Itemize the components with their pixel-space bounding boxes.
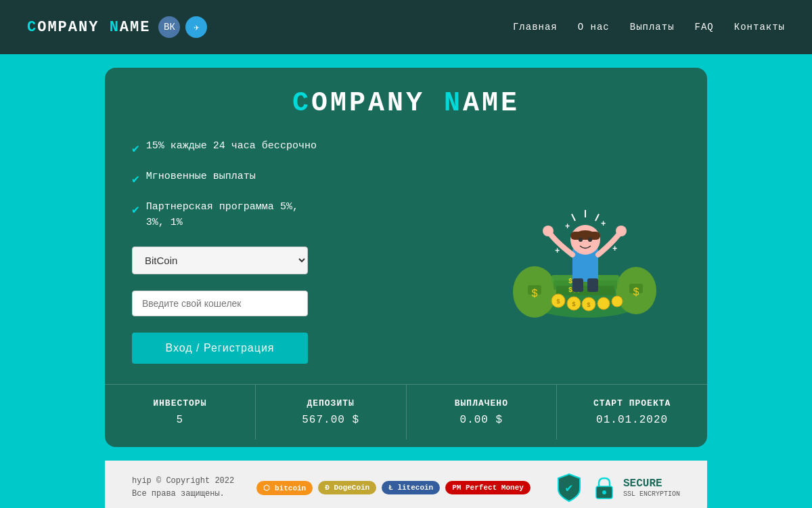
logo-n: N bbox=[110, 19, 120, 36]
svg-text:$: $ bbox=[633, 287, 639, 299]
svg-text:$: $ bbox=[587, 302, 591, 309]
feature-1: ✔ 15% каждые 24 часа бессрочно bbox=[132, 139, 464, 158]
content-grid: ✔ 15% каждые 24 часа бессрочно ✔ Мгновен… bbox=[132, 139, 680, 364]
svg-line-29 bbox=[572, 214, 575, 221]
currency-wrapper: BitCoin DogeCoin LiteCoin Perfect Money bbox=[132, 247, 464, 274]
right-column: $ $ $$$ $$$ $ $ $ bbox=[491, 139, 680, 364]
main-content: COMPANY NAME ✔ 15% каждые 24 часа бессро… bbox=[105, 68, 707, 447]
payment-methods: ⬡ bitcoin Ð DogeCoin Ł litecoin PM Perfe… bbox=[256, 481, 530, 495]
svg-point-38 bbox=[602, 490, 606, 494]
stat-investors-label: ИНВЕСТОРЫ bbox=[112, 398, 248, 408]
perfectmoney-badge: PM Perfect Money bbox=[445, 481, 531, 494]
logo-c: C bbox=[27, 19, 37, 36]
stats-row: ИНВЕСТОРЫ 5 ДЕПОЗИТЫ 567.00 $ ВЫПЛАЧЕНО … bbox=[105, 384, 707, 440]
stat-paid-label: ВЫПЛАЧЕНО bbox=[413, 398, 550, 408]
footer: hyip © Copyright 2022 Все права защищены… bbox=[105, 461, 707, 508]
feature-1-text: 15% каждые 24 часа бессрочно bbox=[146, 139, 317, 154]
svg-text:$: $ bbox=[556, 299, 560, 305]
logo-rest: OMPANY bbox=[37, 19, 109, 36]
footer-copyright: hyip © Copyright 2022 Все права защищены… bbox=[132, 475, 234, 501]
stat-deposits: ДЕПОЗИТЫ 567.00 $ bbox=[256, 385, 407, 440]
nav-payouts[interactable]: Выплаты bbox=[630, 22, 675, 33]
title-ame: AME bbox=[463, 88, 520, 119]
stat-start-label: СТАРТ ПРОЕКТА bbox=[564, 398, 700, 408]
svg-text:✔: ✔ bbox=[566, 482, 573, 495]
svg-text:+: + bbox=[565, 222, 570, 232]
stat-deposits-value: 567.00 $ bbox=[263, 414, 399, 426]
stat-investors: ИНВЕСТОРЫ 5 bbox=[105, 385, 256, 440]
nav-about[interactable]: О нас bbox=[578, 22, 610, 33]
stat-investors-value: 5 bbox=[112, 414, 248, 426]
copyright-text: hyip © Copyright 2022 bbox=[132, 475, 234, 488]
svg-point-24 bbox=[588, 238, 592, 242]
svg-rect-22 bbox=[570, 232, 600, 240]
site-title: COMPANY NAME bbox=[132, 88, 680, 119]
telegram-icon[interactable]: ✈ bbox=[185, 16, 207, 38]
ssl-sub: SSL ENCRYPTION bbox=[623, 490, 680, 498]
svg-rect-28 bbox=[587, 278, 598, 292]
svg-point-26 bbox=[616, 226, 627, 236]
header-left: COMPANY NAME ВК ✈ bbox=[27, 16, 207, 38]
feature-2: ✔ Мгновенные выплаты bbox=[132, 169, 464, 189]
title-c: C bbox=[292, 88, 311, 119]
stat-start-value: 01.01.2020 bbox=[564, 414, 700, 426]
nav-contacts[interactable]: Контакты bbox=[734, 22, 785, 33]
currency-select[interactable]: BitCoin DogeCoin LiteCoin Perfect Money bbox=[132, 247, 308, 274]
rights-text: Все права защищены. bbox=[132, 488, 234, 501]
check-icon-1: ✔ bbox=[132, 140, 139, 158]
svg-text:+: + bbox=[612, 245, 617, 254]
svg-point-18 bbox=[597, 297, 610, 310]
svg-text:+: + bbox=[601, 219, 606, 229]
litecoin-badge: Ł litecoin bbox=[382, 481, 440, 494]
feature-2-text: Мгновенные выплаты bbox=[146, 169, 256, 185]
vk-icon[interactable]: ВК bbox=[158, 16, 180, 38]
ssl-badge: ✔ SECURE SSL ENCRYPTION bbox=[553, 471, 680, 504]
logo: COMPANY NAME bbox=[27, 19, 150, 36]
stat-paid: ВЫПЛАЧЕНО 0.00 $ bbox=[407, 385, 558, 440]
lock-icon bbox=[591, 474, 618, 501]
shield-icon: ✔ bbox=[553, 471, 585, 504]
nav-faq[interactable]: FAQ bbox=[695, 22, 714, 33]
hero-illustration: $ $ $$$ $$$ $ $ $ bbox=[508, 180, 663, 322]
social-icons: ВК ✈ bbox=[158, 16, 207, 38]
feature-3: ✔ Партнерская программа 5%,3%, 1% bbox=[132, 200, 464, 230]
header: COMPANY NAME ВК ✈ Главная О нас Выплаты … bbox=[0, 0, 812, 54]
bitcoin-badge: ⬡ bitcoin bbox=[256, 481, 313, 495]
dogecoin-badge: Ð DogeCoin bbox=[318, 481, 376, 494]
stat-deposits-label: ДЕПОЗИТЫ bbox=[263, 398, 399, 408]
svg-point-19 bbox=[612, 296, 623, 307]
login-register-button[interactable]: Вход / Регистрация bbox=[132, 333, 308, 364]
wallet-input[interactable] bbox=[132, 291, 308, 316]
svg-line-31 bbox=[595, 214, 599, 221]
feature-3-text: Партнерская программа 5%,3%, 1% bbox=[146, 200, 298, 230]
svg-rect-27 bbox=[572, 278, 583, 292]
svg-point-23 bbox=[579, 238, 583, 242]
svg-point-25 bbox=[543, 226, 554, 236]
title-n: N bbox=[444, 88, 463, 119]
check-icon-2: ✔ bbox=[132, 171, 139, 189]
nav-home[interactable]: Главная bbox=[513, 22, 558, 33]
svg-text:$: $ bbox=[572, 301, 576, 308]
left-column: ✔ 15% каждые 24 часа бессрочно ✔ Мгновен… bbox=[132, 139, 464, 364]
title-rest: OMPANY bbox=[311, 88, 444, 119]
main-nav: Главная О нас Выплаты FAQ Контакты bbox=[513, 22, 785, 33]
logo-ame: AME bbox=[120, 19, 151, 36]
svg-text:+: + bbox=[555, 247, 560, 256]
check-icon-3: ✔ bbox=[132, 201, 139, 219]
svg-text:$: $ bbox=[531, 288, 538, 300]
stat-paid-value: 0.00 $ bbox=[413, 414, 550, 426]
ssl-label: SECURE bbox=[623, 478, 680, 490]
stat-start: СТАРТ ПРОЕКТА 01.01.2020 bbox=[557, 385, 707, 440]
svg-rect-9 bbox=[556, 286, 614, 295]
